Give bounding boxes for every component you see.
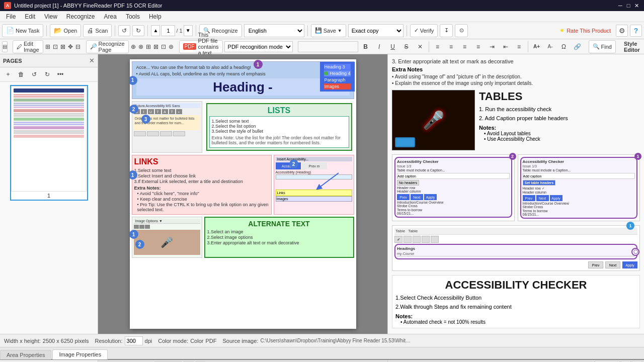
pdf-note-button[interactable]: PDF This PDF file contains a text layer — [179, 40, 223, 53]
separator4 — [196, 25, 196, 36]
pages-add-btn[interactable]: + — [2, 69, 14, 80]
close-btn[interactable]: ✕ — [633, 2, 640, 9]
recognize-page-icon: 🔎 — [90, 43, 97, 50]
align-justify-btn[interactable]: ≡ — [472, 41, 485, 52]
outdent-btn[interactable]: ⇤ — [500, 41, 512, 52]
underline-btn[interactable]: U — [387, 41, 399, 52]
draw-zone-btn[interactable]: ⊠ — [60, 41, 66, 52]
pages-rotate-left-btn[interactable]: ↺ — [28, 69, 40, 80]
add-caption-input-2[interactable] — [523, 173, 635, 179]
prev-issue-btn-2[interactable]: Prev — [523, 195, 535, 201]
recognize-page-button[interactable]: 🔎 Recognize Page — [86, 40, 129, 53]
zoom-area-btn[interactable]: ⊟ — [75, 41, 81, 52]
move-btn[interactable]: ✥ — [67, 41, 73, 52]
verify-button[interactable]: ✓ Verify — [410, 24, 438, 37]
font-size-down-btn[interactable]: A- — [544, 41, 556, 52]
open-button[interactable]: 📂 Open — [50, 24, 81, 37]
source-image-label: Source image: — [222, 338, 258, 344]
ocr-btn6[interactable]: ⊛ — [168, 41, 174, 52]
rate-product-button[interactable]: ★ Rate This Product — [556, 26, 614, 35]
extra-notes-title: Extra Notes — [392, 66, 640, 72]
prev-btn-diagram[interactable]: Prev — [588, 261, 603, 268]
align-right-btn[interactable]: ≡ — [459, 41, 471, 52]
badge-lists-1: 2 — [130, 105, 138, 114]
scan-button[interactable]: 🖨 Scan — [83, 24, 112, 37]
indent-btn[interactable]: ⇥ — [486, 41, 498, 52]
pages-more-btn[interactable]: ••• — [54, 69, 66, 80]
pages-delete-btn[interactable]: 🗑 — [15, 69, 27, 80]
cross-btn[interactable]: ✕ — [414, 41, 426, 52]
heading-dropdown[interactable]: Heading 3 Heading 4 Paragraph Images — [320, 62, 354, 92]
menu-recognize[interactable]: Recognize — [62, 12, 99, 21]
doc-area[interactable]: Acce... You can use the format tab to al… — [98, 54, 387, 334]
save-button[interactable]: 💾 Save ▼ — [311, 24, 346, 37]
copy-mode-select[interactable]: Exact copy — [348, 24, 404, 37]
language-select[interactable]: English — [244, 24, 304, 37]
next-page-btn[interactable]: ▼ — [184, 25, 193, 36]
pages-panel-btn[interactable]: ▤ — [2, 41, 8, 52]
menu-tools[interactable]: Tools — [122, 12, 144, 21]
badge-lists-left: 1 — [254, 60, 263, 69]
tab-image-properties[interactable]: Image Properties — [52, 349, 108, 359]
find-button[interactable]: 🔍 Find — [589, 40, 616, 53]
menu-view[interactable]: View — [40, 12, 61, 21]
edit-image-icon: 🖊 — [17, 44, 22, 50]
prev-issue-btn[interactable]: Prev — [397, 194, 410, 200]
format-value: PDF — [205, 338, 216, 344]
new-task-button[interactable]: 📄 New Task — [2, 24, 43, 37]
menu-edit[interactable]: Edit — [21, 12, 39, 21]
menu-area[interactable]: Area — [100, 12, 121, 21]
apply-issue-btn[interactable]: Apply — [424, 194, 437, 200]
acc-bullet1: • Automated check = not 100% results — [400, 319, 636, 325]
rotate-cw-btn[interactable]: ↻ — [132, 25, 144, 36]
doc-scroll[interactable]: Acce... You can use the format tab to al… — [98, 54, 387, 334]
hyperlink-btn[interactable]: 🔗 — [572, 41, 584, 52]
badge-table-screen-1: 2 — [509, 153, 516, 160]
copy-format-btn1[interactable]: ↧ — [440, 24, 453, 37]
page-input[interactable]: 1 — [161, 25, 175, 36]
strikethrough-btn[interactable]: S — [400, 41, 413, 52]
ocr-btn5[interactable]: ⊡ — [160, 41, 167, 52]
next-issue-btn[interactable]: Next — [411, 194, 423, 200]
apply-btn-diagram[interactable]: Apply — [622, 261, 637, 268]
minimize-btn[interactable]: ─ — [617, 2, 624, 9]
style-input[interactable] — [298, 41, 358, 52]
page-thumbnail-1[interactable]: 1 — [10, 85, 88, 201]
apply-issue-btn-2[interactable]: Apply — [550, 195, 562, 201]
select-area-btn[interactable]: ⊡ — [52, 41, 58, 52]
italic-btn[interactable]: I — [373, 41, 385, 52]
right-scroll[interactable]: 3. Enter appropriate alt text or mark as… — [388, 54, 644, 334]
list-btn[interactable]: ≡ — [513, 41, 525, 52]
add-caption-input[interactable] — [397, 173, 510, 179]
special-char-btn[interactable]: Ω — [558, 41, 570, 52]
pdf-mode-select[interactable]: PDF recognition mode — [224, 41, 293, 52]
help-button[interactable]: ? — [630, 25, 642, 37]
menu-help[interactable]: Help — [145, 12, 166, 21]
dpi-input[interactable] — [125, 336, 143, 345]
badge-links-screen: 2 — [289, 159, 298, 168]
tab-area-properties[interactable]: Area Properties — [0, 350, 51, 359]
save-icon: 💾 — [315, 27, 322, 34]
bold-btn[interactable]: B — [360, 41, 372, 52]
next-btn-diagram[interactable]: Next — [605, 261, 620, 268]
prev-page-btn[interactable]: ▲ — [151, 25, 160, 36]
maximize-btn[interactable]: □ — [625, 2, 632, 9]
accessibility-circle-marker: ◯ — [631, 248, 639, 256]
align-left-btn[interactable]: ≡ — [432, 41, 444, 52]
pages-close-btn[interactable]: ✕ — [89, 57, 95, 64]
rotate-ccw-btn[interactable]: ↺ — [118, 25, 130, 36]
tables-screenshots: Accessibility Checker Issue 1/3 Table mu… — [392, 154, 640, 221]
edit-image-button[interactable]: 🖊 Edit Image — [13, 40, 43, 53]
pages-rotate-right-btn[interactable]: ↻ — [41, 69, 53, 80]
font-size-up-btn[interactable]: A+ — [531, 41, 543, 52]
ocr-btn4[interactable]: ⊠ — [153, 41, 159, 52]
ocr-btn2[interactable]: ⊗ — [138, 41, 144, 52]
ocr-icon-btn[interactable]: ⊕ — [130, 41, 136, 52]
menu-file[interactable]: File — [2, 12, 20, 21]
align-center-btn[interactable]: ≡ — [445, 41, 457, 52]
settings-button[interactable]: ⚙ — [616, 25, 628, 37]
ocr-btn3[interactable]: ⊞ — [145, 41, 151, 52]
ocr-zone-btn[interactable]: ⊞ — [45, 41, 51, 52]
next-issue-btn-2[interactable]: Next — [536, 195, 549, 201]
copy-format-btn2[interactable]: ⊙ — [455, 24, 468, 37]
